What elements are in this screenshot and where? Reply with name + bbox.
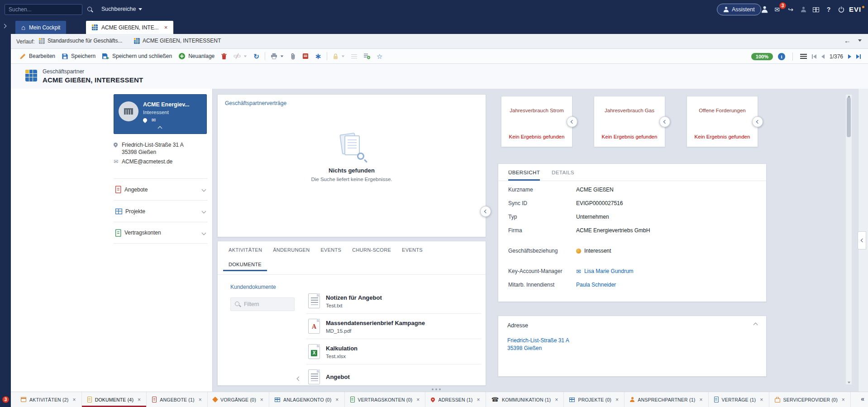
back-arrow-icon[interactable]: ← — [844, 37, 851, 44]
next-record-button[interactable] — [848, 54, 851, 59]
corner-notification-badge[interactable]: 3 — [2, 396, 9, 403]
field-value-link[interactable]: Lisa Marie Gundrum — [584, 268, 634, 274]
tab-acme-giessen[interactable]: ACME GIEßEN, INTE... × — [86, 21, 173, 34]
serial-letter-button[interactable] — [299, 50, 312, 62]
save-button[interactable]: Speichern — [58, 50, 99, 62]
document-row[interactable]: AMassendatenserienbrief KampagneMD_15.pd… — [306, 314, 481, 339]
first-record-button[interactable] — [812, 54, 816, 59]
close-tab-icon[interactable]: × — [72, 397, 76, 403]
tab-uebersicht[interactable]: ÜBERSICHT — [508, 164, 540, 181]
document-row[interactable]: Angebot — [306, 364, 481, 386]
tabs-overflow-icon[interactable]: « — [861, 396, 864, 402]
close-tab-icon[interactable]: × — [477, 397, 480, 403]
tab-details[interactable]: DETAILS — [552, 164, 574, 181]
tab-churn-score[interactable]: CHURN-SCORE — [347, 243, 396, 257]
bottom-tab-angebote[interactable]: ANGEBOTE (1)× — [147, 392, 208, 407]
kpi-prev-button[interactable] — [567, 116, 577, 127]
automation-button[interactable]: ∗ — [312, 50, 324, 62]
close-tab-icon[interactable]: × — [842, 397, 845, 403]
bottom-tab-ansprechpartner[interactable]: ANSPRECHPARTNER (1)× — [625, 392, 708, 407]
document-row[interactable]: XKalkulationTest.xlsx — [306, 339, 481, 364]
collapse-panel-button[interactable] — [480, 206, 491, 217]
address-link-line1[interactable]: Friedrich-List-Straße 31 A — [507, 337, 569, 345]
collapse-right-panel-button[interactable] — [858, 231, 866, 249]
tab-events[interactable]: EVENTS — [315, 243, 347, 257]
sidebar-section-angebote[interactable]: Angebote — [114, 178, 207, 200]
filter-input[interactable] — [244, 301, 289, 307]
help-icon[interactable]: ? — [823, 4, 835, 15]
search-icon[interactable] — [84, 4, 96, 15]
close-tab-icon[interactable]: × — [699, 397, 702, 403]
documents-prev-icon[interactable] — [297, 377, 301, 381]
redo-arrow-icon[interactable]: ↪ — [785, 4, 796, 15]
close-tab-icon[interactable]: × — [615, 397, 619, 403]
lock-button[interactable] — [329, 50, 348, 62]
collapse-card-icon[interactable] — [158, 126, 162, 131]
bottom-tab-projekte[interactable]: PROJEKTE (0)× — [564, 392, 625, 407]
bottom-tab-vertr-ge[interactable]: VERTRÄGE (1)× — [709, 392, 769, 407]
refresh-button[interactable]: ↻ — [250, 50, 262, 62]
print-button[interactable] — [267, 50, 287, 62]
close-tab-icon[interactable]: × — [416, 397, 420, 403]
tab-events[interactable]: EVENTS — [396, 243, 428, 257]
breadcrumb-item-search[interactable]: Standardsuche für Geschäfts... — [39, 38, 122, 44]
menu-icon[interactable] — [800, 54, 807, 59]
mail-notifications-icon[interactable]: ✉ 3 — [771, 4, 783, 15]
global-search-input[interactable] — [5, 4, 82, 15]
unlink-button[interactable] — [230, 50, 250, 62]
bottom-tab-anlagenkonto[interactable]: ANLAGENKONTO (0)× — [269, 392, 345, 407]
info-icon[interactable]: i — [778, 53, 785, 60]
close-tab-icon[interactable]: × — [335, 397, 339, 403]
document-filter[interactable] — [230, 297, 295, 311]
sidebar-section-projekte[interactable]: Projekte — [114, 200, 207, 222]
assistant-button[interactable]: Assistent — [717, 4, 761, 15]
close-tab-icon[interactable]: × — [555, 397, 558, 403]
splitter-grip[interactable] — [432, 388, 434, 390]
document-row[interactable]: Notizen für AngebotTest.txt — [306, 288, 481, 314]
close-tab-icon[interactable]: × — [199, 397, 202, 403]
grid-view-icon[interactable] — [810, 4, 822, 15]
history-dropdown-icon[interactable] — [858, 39, 862, 42]
attachment-button[interactable] — [287, 50, 299, 62]
user-profile-icon[interactable] — [758, 4, 770, 15]
expand-sidebar-icon[interactable] — [2, 24, 7, 29]
bottom-tab-vertragskonten[interactable]: VERTRAGSKONTEN (0)× — [345, 392, 426, 407]
previous-record-button[interactable] — [821, 54, 825, 59]
close-tab-icon[interactable]: × — [260, 397, 263, 403]
locked-user-icon[interactable] — [797, 4, 809, 15]
bottom-tab-adressen[interactable]: ADRESSEN (1)× — [425, 392, 486, 407]
bottom-tab-serviceprovider[interactable]: SERVICEPROVIDER (0)× — [769, 392, 851, 407]
delete-button[interactable] — [218, 50, 230, 62]
power-icon[interactable] — [835, 4, 847, 15]
breadcrumb-item-partner[interactable]: ACME GIEßEN, INTERESSENT — [134, 38, 221, 44]
zoom-badge[interactable]: 100% — [751, 53, 773, 60]
search-scope-dropdown[interactable]: Suchbereiche — [101, 6, 142, 12]
kpi-prev-button[interactable] — [659, 116, 670, 127]
partner-email-row[interactable]: ✉ ACME@acmetest.de — [114, 158, 172, 165]
new-record-button[interactable]: Neuanlage — [175, 50, 218, 62]
scrollbar-thumb[interactable] — [847, 97, 851, 137]
edit-button[interactable]: Bearbeiten — [16, 50, 58, 62]
bottom-tab-vorg-nge[interactable]: VORGÄNGE (0)× — [208, 392, 269, 407]
favorite-button[interactable]: ☆ — [373, 50, 386, 62]
partner-card[interactable]: ACME Energiev... Interessent ✉ — [114, 94, 207, 134]
last-record-button[interactable] — [856, 54, 861, 59]
kpi-prev-button[interactable] — [752, 116, 763, 127]
sidebar-section-vertragskonten[interactable]: Vertragskonten — [114, 222, 207, 244]
vertical-scrollbar[interactable] — [845, 94, 852, 385]
bottom-tab-kommunikation[interactable]: ☎KOMMUNIKATION (1)× — [486, 392, 564, 407]
close-tab-icon[interactable]: × — [164, 24, 168, 31]
tab-nderungen[interactable]: ÄNDERUNGEN — [267, 243, 315, 257]
save-close-button[interactable]: Speichern und schließen — [99, 50, 175, 62]
field-value-link[interactable]: Paula Schneider — [576, 282, 616, 288]
close-tab-icon[interactable]: × — [760, 397, 763, 403]
bottom-tab-dokumente[interactable]: DOKUMENTE (4)× — [82, 392, 147, 407]
tab-dokumente[interactable]: DOKUMENTE — [223, 258, 267, 271]
collapse-address-icon[interactable] — [754, 323, 758, 327]
add-checklist-button[interactable] — [360, 50, 373, 62]
bottom-tab-aktivit-ten[interactable]: AKTIVITÄTEN (2)× — [15, 392, 82, 407]
tab-aktivit-ten[interactable]: AKTIVITÄTEN — [223, 243, 267, 257]
address-link-line2[interactable]: 35398 Gießen — [507, 345, 569, 352]
tab-mein-cockpit[interactable]: ⌂ Mein Cockpit — [15, 21, 66, 34]
list-button[interactable] — [348, 50, 360, 62]
